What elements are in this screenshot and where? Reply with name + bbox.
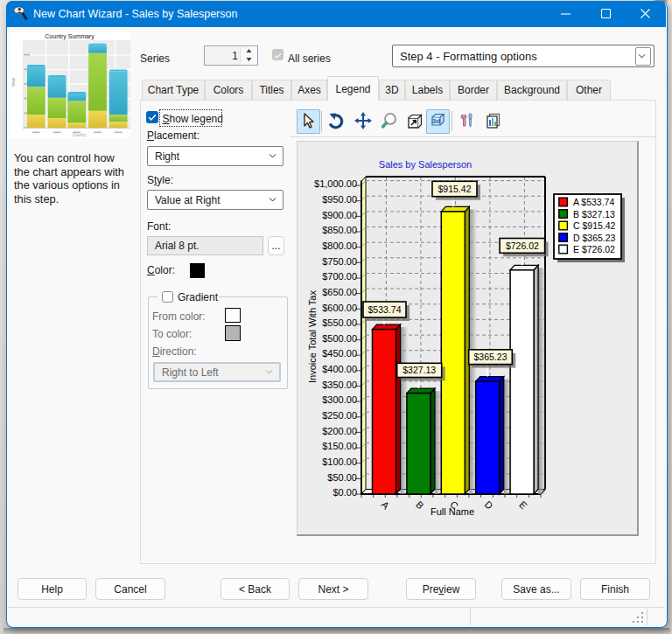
svg-text:$327.13: $327.13 [402,365,436,375]
svg-text:$700.00: $700.00 [322,271,357,282]
svg-text:$726.02: $726.02 [506,240,539,251]
svg-text:$150.00: $150.00 [322,441,357,451]
svg-text:$500.00: $500.00 [322,333,357,344]
svg-text:$0.00: $0.00 [332,487,357,498]
svg-text:$100.00: $100.00 [322,456,357,467]
svg-text:$950.00: $950.00 [322,194,357,205]
svg-text:A $533.74: A $533.74 [573,197,614,207]
svg-text:Country: Country [73,133,88,137]
svg-text:E: E [517,499,529,512]
svg-text:D $365.23: D $365.23 [573,233,616,243]
svg-text:Invoice Total With Tax: Invoice Total With Tax [307,290,318,383]
svg-text:Country Summary: Country Summary [45,33,94,40]
svg-text:D: D [483,499,495,512]
svg-text:B $327.13: B $327.13 [573,209,615,219]
svg-text:$450.00: $450.00 [322,348,357,359]
svg-text:$400.00: $400.00 [322,364,357,374]
svg-text:A: A [380,499,392,512]
svg-text:$800.00: $800.00 [322,240,357,251]
svg-text:$650.00: $650.00 [322,287,357,297]
svg-text:$350.00: $350.00 [322,380,357,390]
svg-text:Sales by Salesperson: Sales by Salesperson [379,159,472,170]
svg-text:$365.23: $365.23 [474,352,508,362]
svg-text:C $915.42: C $915.42 [573,220,616,231]
svg-text:$50.00: $50.00 [327,472,357,483]
svg-text:E $726.02: E $726.02 [573,244,615,254]
svg-text:$200.00: $200.00 [322,426,357,436]
svg-text:$250.00: $250.00 [322,410,357,421]
svg-text:3d: 3d [431,117,439,125]
svg-text:B: B [414,499,426,512]
svg-text:$915.42: $915.42 [438,184,472,194]
svg-text:$550.00: $550.00 [322,317,357,328]
svg-text:$850.00: $850.00 [322,225,357,235]
svg-text:$533.74: $533.74 [368,304,402,315]
svg-text:$600.00: $600.00 [322,303,357,313]
svg-text:Full Name: Full Name [430,506,474,517]
svg-text:$1,000.00: $1,000.00 [314,178,357,189]
svg-text:$300.00: $300.00 [322,394,357,405]
svg-text:$750.00: $750.00 [322,256,357,267]
svg-text:$900.00: $900.00 [322,210,357,220]
svg-text:Value: Value [11,77,16,87]
